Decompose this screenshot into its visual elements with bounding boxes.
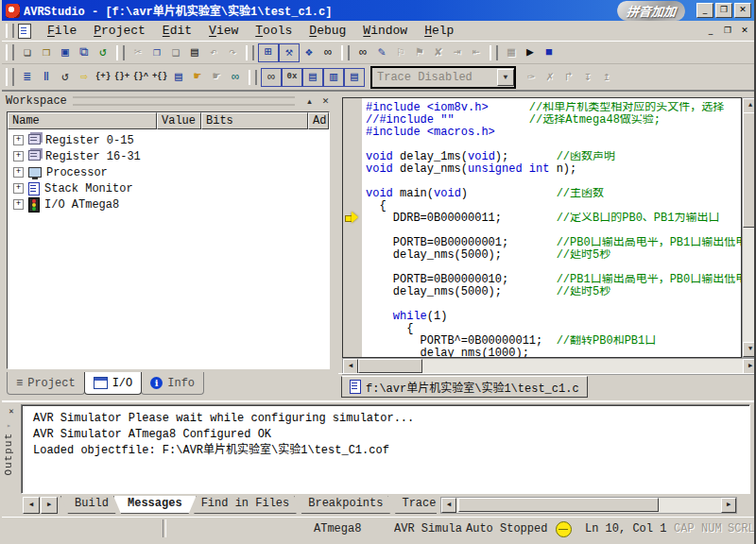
copy-icon[interactable]: ❐	[147, 43, 166, 61]
paste-icon[interactable]: ❑	[166, 43, 185, 61]
child-minimize-icon[interactable]: _	[703, 25, 718, 38]
code-line[interactable]: delay_nms(1000);	[366, 348, 741, 357]
menu-tools[interactable]: Tools	[247, 22, 301, 40]
memory-view-icon[interactable]: ▦	[502, 43, 521, 61]
output-log[interactable]: AVR Simulator Please wait while configur…	[21, 404, 750, 494]
child-restore-icon[interactable]: ❐	[720, 25, 735, 38]
scroll-right-icon[interactable]: ▶	[743, 359, 756, 374]
code-line[interactable]: DDRB=0B00000011; //定义B口的PB0、PB1为输出口	[366, 212, 741, 225]
scroll-left-icon[interactable]: ◀	[441, 498, 456, 513]
menu-edit[interactable]: Edit	[154, 22, 200, 40]
code-line[interactable]: delay_nms(5000); //延时5秒	[366, 286, 741, 298]
show-next-statement-icon[interactable]: ⇨	[75, 68, 94, 86]
tab-io[interactable]: I/O	[84, 372, 143, 395]
trace-bottom-icon[interactable]: ↧	[578, 68, 597, 86]
horizontal-scroll-thumb[interactable]	[458, 498, 659, 512]
menubar-grip[interactable]	[6, 24, 14, 38]
code-line[interactable]: #include <iom8v.h> //和单片机类型相对应的头文件，选择	[366, 102, 741, 114]
toolbar-grip[interactable]	[6, 68, 14, 86]
code-line[interactable]: void delay_1ms(void); //函数声明	[366, 151, 741, 163]
collapse-icon[interactable]: ▴	[302, 95, 317, 108]
trace-jump-icon[interactable]: ↱	[559, 68, 578, 86]
memory-window-icon[interactable]: ▤	[302, 68, 323, 87]
find-icon[interactable]: ∞	[353, 43, 372, 61]
menu-file[interactable]: File	[39, 22, 85, 40]
code-line[interactable]	[366, 176, 741, 188]
multi-step-icon[interactable]: ▤	[169, 68, 188, 86]
trace-pin-icon[interactable]: ✑	[522, 68, 541, 86]
scroll-up-icon[interactable]: ▲	[743, 98, 756, 113]
output-horizontal-scrollbar[interactable]: ◀ ▶	[440, 497, 737, 514]
close-icon[interactable]: ✕	[734, 3, 751, 18]
tab-breakpoints[interactable]: Breakpoints	[294, 496, 397, 514]
open-file-icon[interactable]: ❒	[37, 43, 56, 61]
column-bits[interactable]: Bits	[201, 112, 308, 129]
expand-plus-icon[interactable]: +	[13, 151, 24, 162]
print-icon[interactable]: ▤	[185, 43, 204, 61]
outdent-icon[interactable]: ⇤	[467, 43, 486, 61]
scroll-down-icon[interactable]: ▼	[743, 342, 756, 357]
expand-plus-icon[interactable]: +	[13, 167, 24, 178]
trace-mode-select[interactable]: Trace Disabled ▼	[370, 66, 516, 89]
code-line[interactable]	[366, 225, 741, 237]
quickwatch-icon[interactable]: ∞	[226, 68, 245, 86]
code-line[interactable]: while(1)	[366, 311, 741, 323]
editor-vertical-scrollbar[interactable]: ▲ ▼	[742, 97, 756, 358]
stop-icon[interactable]: ■	[540, 43, 558, 61]
menu-view[interactable]: View	[200, 22, 247, 40]
watch-window-icon[interactable]: ∞	[261, 68, 282, 87]
find-in-files-window-icon[interactable]: ∞	[318, 43, 337, 61]
clear-bookmarks-icon[interactable]: ✘	[429, 43, 448, 61]
expand-icon[interactable]: ▸	[7, 421, 11, 430]
file-tab[interactable]: f:\avr单片机实验室\实验1\test_c1.c	[341, 376, 588, 398]
new-file-icon[interactable]: ❏	[18, 43, 37, 61]
tab-messages[interactable]: Messages	[113, 496, 197, 514]
menu-project[interactable]: Project	[85, 22, 154, 40]
register-window-icon[interactable]: 0x	[282, 68, 302, 87]
scroll-left-icon[interactable]: ◀	[343, 359, 358, 374]
expand-plus-icon[interactable]: +	[13, 199, 24, 210]
code-line[interactable]: void main(void) //主函数	[366, 188, 741, 200]
code-line[interactable]: PORTB=0B00000001; //PB0口输出高电平，PB1口输出低电平	[366, 237, 741, 249]
undo-icon[interactable]: ↶	[204, 43, 223, 61]
breakpoint-margin[interactable]	[343, 98, 362, 357]
horizontal-scroll-thumb[interactable]	[358, 359, 422, 373]
close-icon[interactable]: ✕	[318, 95, 333, 108]
tab-scroll-right-icon[interactable]: ▶	[41, 497, 58, 514]
indent-icon[interactable]: ⇥	[448, 43, 467, 61]
restore-icon[interactable]: ❐	[715, 3, 732, 18]
vertical-scroll-thumb[interactable]	[743, 112, 756, 228]
expand-plus-icon[interactable]: +	[13, 135, 24, 145]
auto-step-icon[interactable]: ≣	[18, 68, 37, 86]
column-address[interactable]: Ad	[308, 112, 329, 129]
tree-item[interactable]: +I/O ATmega8	[8, 196, 329, 212]
tab-tracepoints[interactable]: Tracepoints	[387, 496, 437, 514]
column-name[interactable]: Name	[8, 112, 157, 129]
code-line[interactable]: {	[366, 200, 741, 212]
reset-icon[interactable]: ↺	[56, 68, 75, 86]
message-window-icon[interactable]: ▤	[344, 68, 365, 87]
disassembler-window-icon[interactable]: ▥	[323, 68, 344, 87]
trace-remove-icon[interactable]: ✗	[541, 68, 559, 86]
tab-build[interactable]: Build	[60, 496, 123, 514]
save-all-icon[interactable]: ⧉	[75, 43, 94, 61]
chevron-down-icon[interactable]: ▼	[497, 69, 514, 86]
expand-plus-icon[interactable]: +	[13, 183, 24, 194]
code-line[interactable]: delay_nms(5000); //延时5秒	[366, 249, 741, 262]
run-icon[interactable]: ▶	[521, 43, 540, 61]
child-close-icon[interactable]: ✕	[737, 25, 752, 38]
minimize-icon[interactable]: _	[696, 3, 713, 18]
break-icon[interactable]: ☛	[188, 68, 207, 86]
pause-icon[interactable]: Ⅱ	[37, 68, 56, 86]
workspace-drag-handle[interactable]	[73, 96, 295, 106]
tab-info[interactable]: iInfo	[141, 372, 204, 395]
tree-item[interactable]: +Register 0-15	[8, 132, 329, 148]
toggle-bookmark-icon[interactable]: ⚐	[391, 43, 410, 61]
cascade-windows-icon[interactable]: ❖	[300, 43, 318, 61]
step-over-icon[interactable]: {}+	[112, 68, 131, 86]
menu-help[interactable]: Help	[416, 22, 462, 40]
refresh-icon[interactable]: ↺	[94, 43, 112, 61]
tree-item[interactable]: +Stack Monitor	[8, 180, 329, 196]
tree-item[interactable]: +Register 16-31	[8, 148, 329, 164]
step-into-icon[interactable]: {+}	[94, 68, 112, 86]
